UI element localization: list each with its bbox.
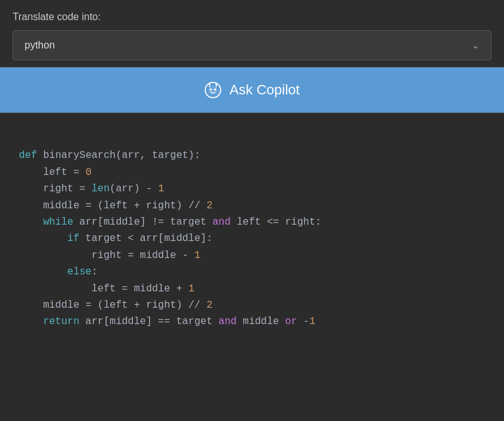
- code-line-1: def binarySearch(arr, target):: [19, 150, 200, 161]
- code-section: def binarySearch(arr, target): left = 0 …: [0, 113, 504, 421]
- code-line-5: while arr[middle] != target and left <= …: [19, 216, 321, 228]
- copilot-icon: [204, 81, 222, 99]
- svg-point-3: [214, 88, 217, 91]
- code-line-3: right = len(arr) - 1: [19, 183, 164, 194]
- app-container: Translate code into: python ⌄ Ask Copilo…: [0, 0, 504, 421]
- ask-copilot-button[interactable]: Ask Copilot: [0, 67, 504, 113]
- dropdown-selected-value: python: [25, 40, 55, 51]
- chevron-down-icon: ⌄: [472, 40, 479, 50]
- code-line-9: left = middle + 1: [19, 283, 194, 295]
- code-line-7: right = middle - 1: [19, 250, 200, 261]
- code-line-11: return arr[middle] == target and middle …: [19, 316, 316, 327]
- language-dropdown[interactable]: python ⌄: [13, 30, 491, 60]
- svg-point-2: [210, 88, 212, 91]
- header-section: Translate code into: python ⌄: [0, 0, 504, 67]
- svg-point-6: [209, 83, 211, 85]
- ask-copilot-label: Ask Copilot: [229, 82, 299, 98]
- code-line-6: if target < arr[middle]:: [19, 233, 212, 244]
- svg-point-7: [215, 83, 217, 85]
- code-line-10: middle = (left + right) // 2: [19, 300, 212, 311]
- code-line-2: left = 0: [19, 167, 91, 178]
- code-block: def binarySearch(arr, target): left = 0 …: [19, 131, 485, 347]
- translate-label: Translate code into:: [13, 11, 491, 23]
- code-line-8: else:: [19, 266, 98, 278]
- code-line-4: middle = (left + right) // 2: [19, 200, 212, 211]
